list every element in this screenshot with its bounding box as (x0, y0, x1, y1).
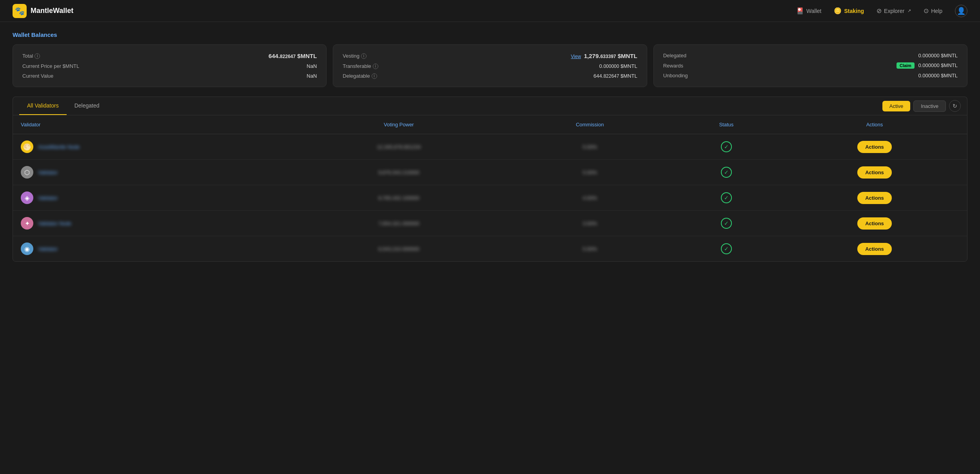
commission-cell: 5.00% (509, 236, 671, 262)
commission-cell: 3.00% (509, 211, 671, 236)
actions-button[interactable]: Actions (857, 141, 892, 153)
commission-cell: 4.00% (509, 185, 671, 211)
actions-button[interactable]: Actions (857, 166, 892, 179)
delegated-balance-card: Delegated 0.000000 $MNTL Rewards Claim 0… (653, 44, 967, 87)
actions-button[interactable]: Actions (857, 243, 892, 255)
validator-name: Validator (38, 246, 58, 252)
col-header-status: Status (671, 115, 782, 134)
status-cell: ✓ (671, 185, 782, 211)
validator-avatar: 🌕 (21, 140, 33, 153)
profile-button[interactable]: 👤 (955, 5, 967, 17)
claim-button[interactable]: Claim (897, 62, 915, 69)
validators-tbody: 🌕 AssetMantle Node 12,345,678.9012345.00… (13, 134, 967, 262)
active-filter-button[interactable]: Active (882, 101, 910, 111)
vesting-value: View 1,279.633397 $MNTL (571, 53, 637, 59)
status-check-icon: ✓ (721, 141, 732, 152)
validator-avatar: ◉ (21, 242, 33, 255)
total-value: 644.822647 $MNTL (269, 53, 317, 59)
voting-power-cell: 6,543,210.000000 (289, 236, 509, 262)
commission-cell: 5.00% (509, 160, 671, 185)
status-cell: ✓ (671, 236, 782, 262)
status-check-icon: ✓ (721, 218, 732, 229)
vesting-balance-card: Vesting i View 1,279.633397 $MNTL Transf… (333, 44, 647, 87)
transferable-label: Transferable i (343, 63, 378, 69)
main-nav: 🎴 Wallet 🪙 Staking ⊘ Explorer ⊙ Help 👤 (796, 5, 967, 17)
inactive-filter-button[interactable]: Inactive (913, 100, 946, 112)
col-header-validator: Validator (13, 115, 289, 134)
validator-cell: 🌕 AssetMantle Node (21, 140, 281, 153)
tabs-right: Active Inactive ↻ (882, 100, 961, 112)
voting-power-cell: 12,345,678.901234 (289, 134, 509, 160)
delegatable-label: Delegatable i (343, 73, 377, 79)
validators-table-container: Validator Voting Power Commission Status… (13, 115, 967, 262)
commission-cell: 5.00% (509, 134, 671, 160)
main-content: Wallet Balances Total i 644.822647 $MNTL… (0, 22, 980, 271)
validator-cell: ⬡ Validator (21, 166, 281, 179)
tab-delegated[interactable]: Delegated (67, 97, 107, 115)
nav-help[interactable]: ⊙ Help (924, 7, 942, 15)
vesting-info-icon[interactable]: i (361, 53, 367, 59)
wallet-icon: 🎴 (796, 7, 804, 15)
vesting-label: Vesting i (343, 53, 367, 59)
delegated-label: Delegated (663, 53, 686, 58)
status-cell: ✓ (671, 211, 782, 236)
table-row: ✦ Validator Node 7,654,321.0000003.00%✓A… (13, 211, 967, 236)
actions-button[interactable]: Actions (857, 192, 892, 204)
price-value: NaN (307, 63, 317, 69)
table-row: ◈ Validator 8,765,432.1000004.00%✓Action… (13, 185, 967, 211)
current-value: NaN (307, 73, 317, 79)
logo-area: 🐾 MantleWallet (13, 4, 73, 18)
wallet-balances-title: Wallet Balances (13, 31, 967, 38)
validator-cell: ◉ Validator (21, 242, 281, 255)
total-balance-card: Total i 644.822647 $MNTL Current Price p… (13, 44, 327, 87)
status-cell: ✓ (671, 134, 782, 160)
status-check-icon: ✓ (721, 192, 732, 203)
tabs-row: All Validators Delegated Active Inactive… (13, 97, 967, 115)
delegatable-info-icon[interactable]: i (372, 73, 377, 79)
table-header: Validator Voting Power Commission Status… (13, 115, 967, 134)
actions-button[interactable]: Actions (857, 217, 892, 230)
table-scroll[interactable]: Validator Voting Power Commission Status… (13, 115, 967, 261)
staking-icon: 🪙 (834, 7, 842, 15)
actions-cell: Actions (782, 211, 967, 236)
col-header-commission: Commission (509, 115, 671, 134)
table-row: ⬡ Validator 9,876,543.2100005.00%✓Action… (13, 160, 967, 185)
validator-name: AssetMantle Node (38, 144, 80, 150)
explorer-icon: ⊘ (877, 7, 882, 15)
total-info-icon[interactable]: i (34, 53, 40, 59)
validators-table: Validator Voting Power Commission Status… (13, 115, 967, 261)
voting-power-cell: 8,765,432.100000 (289, 185, 509, 211)
current-value-label: Current Value (22, 73, 53, 79)
col-header-voting-power: Voting Power (289, 115, 509, 134)
actions-cell: Actions (782, 236, 967, 262)
validator-name: Validator (38, 195, 58, 201)
transferable-value: 0.000000 $MNTL (599, 63, 637, 69)
transferable-info-icon[interactable]: i (373, 64, 378, 69)
validator-cell: ◈ Validator (21, 191, 281, 204)
validator-avatar: ◈ (21, 191, 33, 204)
status-check-icon: ✓ (721, 167, 732, 178)
total-label: Total i (22, 53, 40, 59)
actions-cell: Actions (782, 160, 967, 185)
validator-name: Validator Node (38, 221, 71, 226)
actions-cell: Actions (782, 185, 967, 211)
voting-power-cell: 7,654,321.000000 (289, 211, 509, 236)
validator-avatar: ⬡ (21, 166, 33, 179)
rewards-value: Claim 0.000000 $MNTL (897, 62, 958, 69)
voting-power-cell: 9,876,543.210000 (289, 160, 509, 185)
header: 🐾 MantleWallet 🎴 Wallet 🪙 Staking ⊘ Expl… (0, 0, 980, 22)
nav-wallet[interactable]: 🎴 Wallet (796, 7, 821, 15)
nav-explorer[interactable]: ⊘ Explorer (877, 7, 911, 15)
tab-all-validators[interactable]: All Validators (19, 97, 67, 115)
tabs-left: All Validators Delegated (19, 97, 107, 115)
col-header-actions: Actions (782, 115, 967, 134)
unbonding-label: Unbonding (663, 73, 688, 78)
nav-staking[interactable]: 🪙 Staking (834, 7, 864, 15)
table-row: ◉ Validator 6,543,210.0000005.00%✓Action… (13, 236, 967, 262)
status-cell: ✓ (671, 160, 782, 185)
help-icon: ⊙ (924, 7, 929, 15)
validator-name: Validator (38, 170, 58, 175)
vesting-view-link[interactable]: View (571, 54, 581, 59)
refresh-button[interactable]: ↻ (949, 100, 961, 112)
refresh-icon: ↻ (953, 103, 957, 109)
